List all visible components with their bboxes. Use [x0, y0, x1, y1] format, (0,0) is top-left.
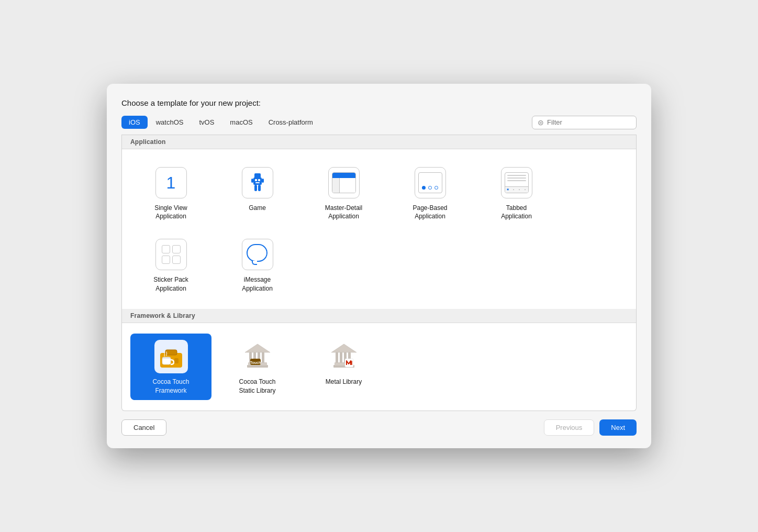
template-name-cocoa-static: Cocoa TouchStatic Library [239, 378, 275, 395]
tab-macos[interactable]: macOS [222, 116, 260, 129]
template-icon-imessage [242, 239, 273, 270]
section-application-header: Application [122, 135, 636, 149]
dialog-title: Choose a template for your new project: [121, 98, 637, 107]
svg-rect-3 [262, 179, 264, 183]
master-detail-left-pane [332, 178, 340, 193]
previous-button[interactable]: Previous [544, 419, 595, 436]
section-framework-header: Framework & Library [122, 309, 636, 323]
template-icon-page-based [415, 167, 446, 198]
imessage-bubble-tail [252, 261, 257, 265]
svg-rect-12 [162, 357, 171, 359]
template-icon-cocoa-framework-wrap [154, 340, 188, 373]
template-icon-single-view: 1 [155, 167, 187, 198]
svg-rect-19 [262, 352, 264, 363]
template-tabbed[interactable]: ★ • • • TabbedApplication [476, 160, 557, 227]
template-icon-master-detail [328, 167, 360, 198]
cancel-button[interactable]: Cancel [121, 419, 166, 436]
svg-rect-7 [258, 179, 260, 181]
template-icon-master-detail-wrap [327, 166, 361, 199]
svg-rect-1 [253, 178, 262, 185]
template-icon-game [242, 167, 273, 198]
page-based-icon [418, 172, 442, 193]
tabbed-line-2 [507, 178, 526, 179]
template-icon-tabbed-wrap: ★ • • • [500, 166, 533, 199]
nav-buttons: Previous Next [544, 419, 637, 436]
template-cocoa-touch-framework[interactable]: Cocoa TouchFramework [130, 334, 211, 401]
tabbed-line-1 [507, 175, 526, 176]
template-name-tabbed: TabbedApplication [501, 204, 532, 221]
svg-marker-20 [245, 344, 270, 352]
template-master-detail[interactable]: Master-DetailApplication [303, 160, 384, 227]
template-icon-sticker-pack-wrap [154, 238, 188, 271]
sticker-pack-icon [161, 244, 182, 265]
single-view-icon: 1 [166, 174, 176, 191]
svg-rect-25 [336, 352, 338, 363]
sticker-cell-2 [172, 245, 181, 253]
tabbed-tab-3: • [517, 187, 522, 193]
template-name-cocoa-framework: Cocoa TouchFramework [153, 378, 190, 395]
template-icon-cocoa-static: Touch [241, 340, 274, 373]
tab-bar: iOS watchOS tvOS macOS Cross-platform ⊜ [121, 116, 637, 135]
master-detail-right-pane [340, 178, 355, 193]
template-name-game: Game [249, 204, 266, 213]
tab-watchos[interactable]: watchOS [149, 116, 191, 129]
template-page-based[interactable]: Page-BasedApplication [389, 160, 471, 227]
game-robot-svg [247, 172, 268, 193]
tabbed-icon: ★ • • • [505, 172, 529, 193]
imessage-bubble [247, 244, 267, 262]
filter-input-wrapper: ⊜ [532, 116, 637, 129]
tabbed-tab-row: ★ • • • [505, 186, 528, 193]
dot-1 [422, 186, 426, 190]
new-project-dialog: Choose a template for your new project: … [107, 84, 651, 449]
svg-rect-4 [254, 185, 257, 191]
framework-templates-grid: Cocoa TouchFramework [122, 323, 636, 411]
template-sticker-pack[interactable]: Sticker PackApplication [130, 231, 211, 298]
dot-2 [428, 186, 432, 190]
filter-icon: ⊜ [538, 118, 544, 127]
svg-rect-2 [251, 179, 253, 183]
sticker-cell-3 [162, 256, 170, 264]
template-icon-sticker-pack [155, 239, 187, 270]
next-button[interactable]: Next [599, 419, 637, 436]
template-imessage[interactable]: iMessageApplication [217, 231, 298, 298]
page-based-dots [422, 186, 438, 190]
metal-library-svg [329, 342, 359, 371]
svg-rect-26 [340, 352, 342, 363]
template-name-sticker-pack: Sticker PackApplication [153, 275, 188, 293]
template-cocoa-static[interactable]: Touch Cocoa TouchStatic Library [217, 334, 298, 401]
tab-tvos[interactable]: tvOS [192, 116, 221, 129]
bottom-bar: Cancel Previous Next [121, 411, 637, 438]
master-detail-icon [332, 172, 356, 193]
svg-text:Touch: Touch [250, 361, 260, 364]
filter-input[interactable] [547, 118, 631, 126]
master-detail-top-bar [332, 173, 355, 178]
master-detail-bottom [332, 178, 355, 193]
imessage-icon [247, 244, 269, 265]
tab-bar-left: iOS watchOS tvOS macOS Cross-platform [121, 116, 530, 129]
sticker-cell-1 [162, 245, 170, 253]
template-icon-metal-wrap [327, 340, 361, 373]
template-icon-cocoa-framework [154, 340, 188, 373]
template-name-imessage: iMessageApplication [242, 275, 273, 293]
dot-3 [434, 186, 438, 190]
svg-rect-6 [255, 179, 257, 181]
svg-rect-13 [174, 358, 179, 363]
template-content-area: Application 1 Single ViewApplication [121, 135, 637, 412]
template-game[interactable]: Game [217, 160, 298, 227]
template-icon-tabbed: ★ • • • [501, 167, 532, 198]
tab-crossplatform[interactable]: Cross-platform [261, 116, 320, 129]
tab-ios[interactable]: iOS [121, 116, 148, 129]
template-single-view[interactable]: 1 Single ViewApplication [130, 160, 211, 227]
application-templates-grid: 1 Single ViewApplication [122, 149, 636, 309]
template-name-master-detail: Master-DetailApplication [325, 204, 362, 221]
template-icon-page-based-wrap [414, 166, 447, 199]
tabbed-content [505, 173, 528, 186]
svg-rect-10 [165, 350, 177, 355]
template-metal-library[interactable]: Metal Library [303, 334, 384, 401]
template-icon-single-view-wrap: 1 [154, 166, 188, 199]
template-name-single-view: Single ViewApplication [154, 204, 187, 221]
svg-rect-8 [255, 182, 260, 183]
template-icon-imessage-wrap [241, 238, 274, 271]
svg-rect-5 [258, 185, 261, 191]
template-name-page-based: Page-BasedApplication [413, 204, 447, 221]
